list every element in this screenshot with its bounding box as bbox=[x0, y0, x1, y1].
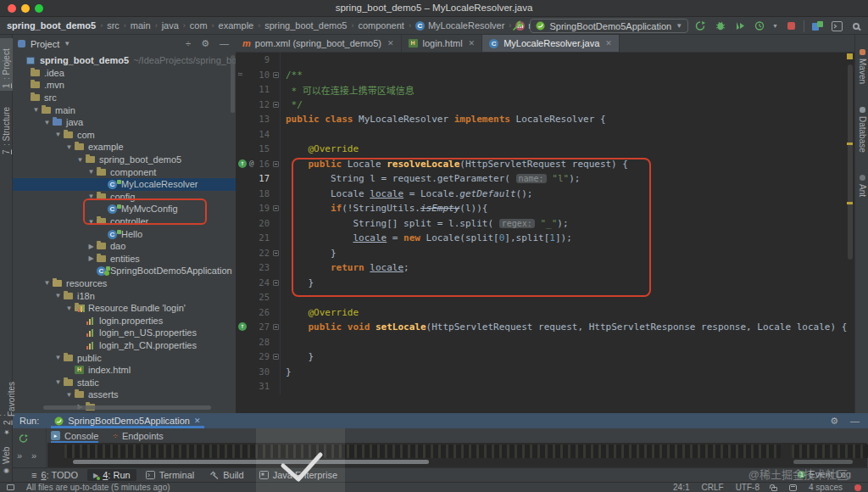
chevron-down-icon[interactable]: ▼ bbox=[53, 354, 64, 361]
stop-button[interactable] bbox=[784, 20, 798, 33]
gear-icon[interactable]: ⚙ bbox=[201, 38, 209, 49]
expand-icon[interactable]: » bbox=[31, 450, 36, 461]
tree-item-i18n[interactable]: ▼i18n bbox=[13, 289, 236, 302]
profiler-button[interactable] bbox=[753, 20, 766, 33]
chevron-right-icon[interactable]: ▶ bbox=[86, 243, 97, 250]
project-panel-header[interactable]: Project ▼ ÷ ⚙ — bbox=[13, 35, 236, 53]
sidebar-item-maven[interactable]: Maven bbox=[855, 47, 868, 96]
code-line-15[interactable]: 15 @Override bbox=[236, 142, 854, 157]
editor-gutter[interactable]: 30 bbox=[236, 365, 280, 380]
fold-marker-icon[interactable] bbox=[273, 250, 279, 256]
breadcrumb-item[interactable]: example bbox=[219, 20, 254, 31]
fold-marker-icon[interactable] bbox=[273, 205, 279, 211]
code-line-25[interactable]: 25 bbox=[236, 290, 854, 305]
code-line-26[interactable]: 26 @Override bbox=[236, 305, 854, 321]
code-line-22[interactable]: 22 } bbox=[236, 246, 854, 261]
editor-gutter[interactable]: 15 bbox=[236, 142, 280, 157]
editor-gutter[interactable]: 23 bbox=[236, 260, 280, 276]
tree-item-component[interactable]: ▼component bbox=[13, 165, 236, 178]
editor-gutter[interactable]: 12 bbox=[236, 98, 280, 113]
run-configuration-select[interactable]: SpringBootDemo5Application ▼ bbox=[530, 19, 688, 33]
tab-endpoints[interactable]: ⁘ Endpoints bbox=[112, 428, 163, 443]
breadcrumb-item[interactable]: java bbox=[162, 20, 179, 31]
editor-gutter[interactable]: 31 bbox=[236, 379, 280, 394]
close-tab-icon[interactable]: ✕ bbox=[469, 39, 476, 48]
fold-marker-icon[interactable] bbox=[273, 354, 279, 360]
editor-gutter[interactable]: 22 bbox=[236, 246, 280, 261]
editor-gutter[interactable]: 17 bbox=[236, 171, 280, 187]
tree-item-example[interactable]: ▼example bbox=[13, 141, 236, 154]
file-encoding[interactable]: UTF-8 bbox=[736, 483, 760, 492]
tree-item-controller[interactable]: ▼controller bbox=[13, 215, 236, 228]
tree-item-dao[interactable]: ▶dao bbox=[13, 240, 236, 253]
tree-item-mymvcconfig[interactable]: CMyMvcConfig bbox=[13, 203, 236, 215]
editor-gutter[interactable]: 27↑ bbox=[236, 320, 280, 335]
code-line-18[interactable]: 18 Locale locale = Locale.getDefault(); bbox=[236, 187, 854, 202]
editor-tab-login-html[interactable]: Hlogin.html✕ bbox=[402, 35, 483, 52]
terminal-panel-icon[interactable] bbox=[830, 20, 843, 33]
notification-icon[interactable] bbox=[854, 484, 861, 491]
gear-icon[interactable]: ⚙ bbox=[830, 416, 838, 427]
tool-windows-icon[interactable] bbox=[810, 20, 824, 33]
chevron-down-icon[interactable]: ▼ bbox=[64, 391, 75, 399]
code-line-24[interactable]: 24 } bbox=[236, 276, 854, 291]
editor-gutter[interactable]: 25 bbox=[236, 290, 280, 305]
chevron-down-icon[interactable]: ▼ bbox=[772, 23, 778, 29]
tree-item-resource-bundle-login-[interactable]: ▼Resource Bundle 'login' bbox=[13, 302, 236, 315]
caret-position[interactable]: 24:1 bbox=[673, 483, 689, 492]
doc-render-icon[interactable]: ≔ bbox=[238, 70, 242, 78]
wrench-icon[interactable] bbox=[510, 20, 524, 33]
editor-gutter[interactable]: 29 bbox=[236, 349, 280, 365]
column-mode-icon[interactable] bbox=[789, 484, 797, 491]
debug-button[interactable] bbox=[714, 20, 727, 33]
sidebar-item-favorites[interactable]: ★2: Favorites bbox=[0, 376, 13, 439]
tree-horizontal-scrollbar[interactable] bbox=[43, 405, 211, 410]
editor-tab-pom-xml-spring-boot-demo5-[interactable]: mpom.xml (spring_boot_demo5)✕ bbox=[236, 35, 402, 52]
chevron-down-icon[interactable]: ▼ bbox=[86, 218, 97, 226]
expand-icon[interactable]: » bbox=[17, 450, 22, 461]
tree-item-springbootdemo5application[interactable]: CSpringBootDemo5Application bbox=[13, 265, 236, 277]
code-line-27[interactable]: 27↑ public void setLocale(HttpServletReq… bbox=[236, 320, 854, 335]
chevron-down-icon[interactable]: ▼ bbox=[53, 292, 64, 299]
chevron-down-icon[interactable]: ▼ bbox=[86, 168, 97, 176]
editor-gutter[interactable]: 28 bbox=[236, 335, 280, 350]
code-editor[interactable]: 910≔/**11 * 可以在连接上携带区域信息12 */13public cl… bbox=[236, 53, 854, 413]
chevron-down-icon[interactable]: ▼ bbox=[64, 143, 75, 151]
code-line-28[interactable]: 28 bbox=[236, 335, 854, 350]
code-line-30[interactable]: 30} bbox=[236, 365, 854, 380]
fold-marker-icon[interactable] bbox=[273, 72, 279, 78]
tree-item-spring-boot-demo5[interactable]: spring_boot_demo5~/IdeaProjects/spring_b… bbox=[13, 54, 236, 67]
tree-item-login-zh-cn-properties[interactable]: login_zh_CN.properties bbox=[13, 339, 236, 352]
code-line-31[interactable]: 31 bbox=[236, 379, 854, 394]
fold-marker-icon[interactable] bbox=[273, 324, 279, 330]
editor-gutter[interactable]: 26 bbox=[236, 305, 280, 321]
toolwindow-button-build[interactable]: Build bbox=[203, 469, 249, 481]
sidebar-item-web[interactable]: ◉Web bbox=[0, 444, 13, 478]
console-horizontal-scrollbar[interactable] bbox=[793, 460, 853, 464]
run-with-coverage-button[interactable] bbox=[733, 20, 747, 33]
breadcrumb-item[interactable]: src bbox=[107, 20, 120, 31]
line-separator[interactable]: CRLF bbox=[702, 483, 724, 492]
tree-item-index-html[interactable]: Hindex.html bbox=[13, 364, 236, 377]
close-tab-icon[interactable]: ✕ bbox=[387, 39, 394, 48]
chevron-right-icon[interactable]: ▶ bbox=[86, 254, 97, 262]
fold-marker-icon[interactable] bbox=[273, 102, 279, 108]
readonly-lock-icon[interactable] bbox=[771, 487, 777, 491]
editor-gutter[interactable]: 13 bbox=[236, 112, 280, 127]
tree-item-static[interactable]: ▼static bbox=[13, 376, 236, 389]
code-line-12[interactable]: 12 */ bbox=[236, 98, 854, 113]
breadcrumb-item[interactable]: main bbox=[131, 20, 151, 31]
console-horizontal-scrollbar[interactable] bbox=[73, 460, 429, 464]
indent-setting[interactable]: 4 spaces bbox=[809, 483, 843, 492]
run-button[interactable] bbox=[694, 20, 708, 33]
tree-item-hello[interactable]: CHello bbox=[13, 227, 236, 240]
run-configuration-tab[interactable]: SpringBootDemo5Application ✕ bbox=[51, 413, 203, 428]
search-everywhere-icon[interactable] bbox=[849, 20, 863, 33]
breadcrumb-item[interactable]: spring_boot_demo5 bbox=[7, 20, 96, 31]
close-icon[interactable]: ✕ bbox=[194, 417, 201, 425]
breadcrumb-item[interactable]: component bbox=[358, 20, 403, 31]
editor-scroll-stripe[interactable] bbox=[846, 53, 854, 413]
console-output[interactable] bbox=[47, 443, 867, 467]
tree-item--idea[interactable]: .idea bbox=[13, 67, 236, 80]
tree-item-main[interactable]: ▼main bbox=[13, 103, 236, 116]
